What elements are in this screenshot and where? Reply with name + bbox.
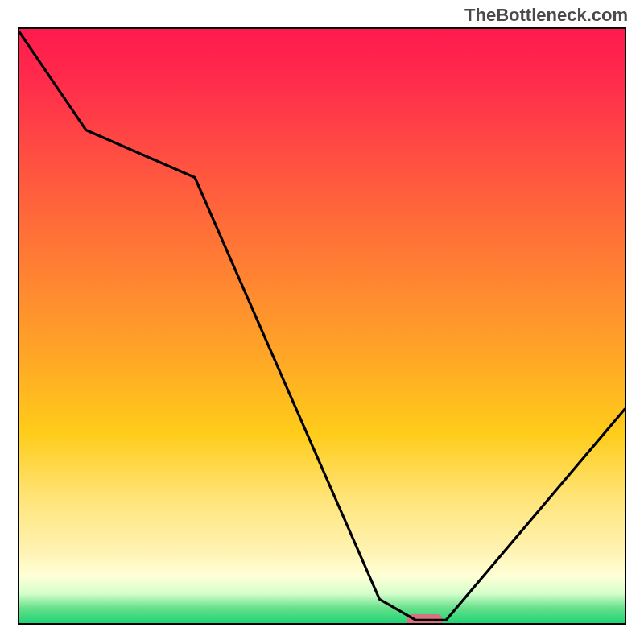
curve-path [19,32,625,621]
bottleneck-chart: TheBottleneck.com [0,0,644,644]
bottleneck-curve [19,29,625,623]
watermark-text: TheBottleneck.com [464,5,628,26]
plot-area [18,27,626,625]
